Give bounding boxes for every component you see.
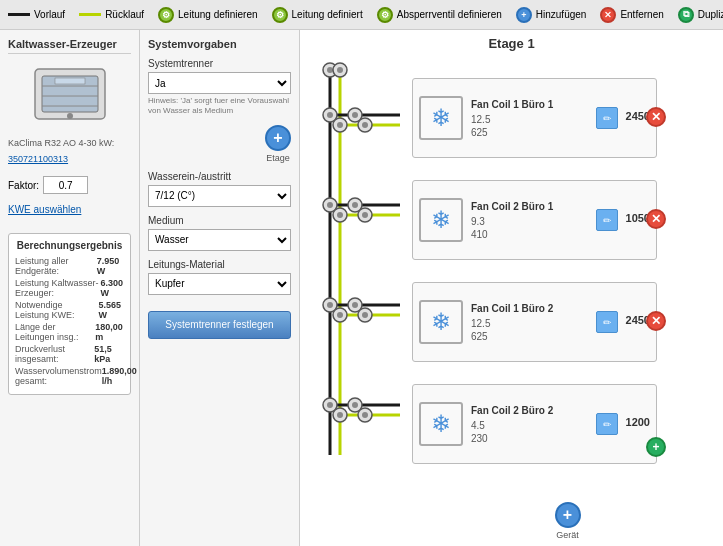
calc-row: Leistung Kaltwasser-Erzeuger:6.300 W xyxy=(15,278,124,298)
calc-row-value: 7.950 W xyxy=(97,256,124,276)
fancoil-info: Fan Coil 2 Büro 1 9.3 410 xyxy=(471,201,588,240)
kwe-panel: Kaltwasser-Erzeuger KaClima R32 AO 4-30 … xyxy=(0,30,140,546)
svg-point-46 xyxy=(337,412,343,418)
svg-point-38 xyxy=(337,312,343,318)
diagram-panel: Etage 1 xyxy=(300,30,723,546)
calc-row-label: Leistung aller Endgeräte: xyxy=(15,256,97,276)
etage-title: Etage 1 xyxy=(300,30,723,57)
wasserein-group: Wasserein-/austritt 7/12 (C°) xyxy=(148,171,291,207)
fancoil-numbers: 1200 xyxy=(626,416,650,432)
fancoil-remove-button[interactable]: ✕ xyxy=(646,107,666,127)
wasserein-select[interactable]: 7/12 (C°) xyxy=(148,185,291,207)
fancoil-remove-button[interactable]: ✕ xyxy=(646,311,666,331)
fancoil-snowflake-icon: ❄ xyxy=(419,402,463,446)
etage-btn-label: Etage xyxy=(266,153,290,163)
medium-group: Medium Wasser xyxy=(148,215,291,251)
svg-point-36 xyxy=(352,302,358,308)
fancoil-val1: 9.3 xyxy=(471,216,588,227)
kwe-panel-title: Kaltwasser-Erzeuger xyxy=(8,38,131,54)
fancoil-val1: 12.5 xyxy=(471,114,588,125)
svg-point-6 xyxy=(67,113,73,119)
ruecklauf-line xyxy=(79,13,101,16)
fancoil-edit-button[interactable]: ✏ xyxy=(596,311,618,333)
fancoil-edit-button[interactable]: ✏ xyxy=(596,209,618,231)
svg-point-34 xyxy=(327,302,333,308)
absperrventil-icon: ⚙ xyxy=(377,7,393,23)
leitungsmaterial-group: Leitungs-Material Kupfer Stahl Kunststof… xyxy=(148,259,291,295)
svg-point-22 xyxy=(337,122,343,128)
duplizieren-btn[interactable]: ⧉ Duplizieren xyxy=(678,7,723,23)
fancoil-val1: 4.5 xyxy=(471,420,588,431)
hinzufuegen-icon: + xyxy=(516,7,532,23)
wasserein-label: Wasserein-/austritt xyxy=(148,171,291,182)
fancoil-val2: 230 xyxy=(471,433,588,444)
calc-row-value: 180,00 m xyxy=(95,322,124,342)
fancoil-val2: 410 xyxy=(471,229,588,240)
ruecklauf-legend: Rücklauf xyxy=(79,9,144,20)
calc-row-label: Wasservolumenstrom gesamt: xyxy=(15,366,102,386)
fancoil-name: Fan Coil 2 Büro 2 xyxy=(471,405,588,416)
gerat-btn-label: Gerät xyxy=(556,530,579,540)
leitungsmaterial-select[interactable]: Kupfer Stahl Kunststoff xyxy=(148,273,291,295)
vorlauf-label: Vorlauf xyxy=(34,9,65,20)
leitung-def-icon: ⚙ xyxy=(158,7,174,23)
medium-select[interactable]: Wasser xyxy=(148,229,291,251)
fancoil-name: Fan Coil 1 Büro 1 xyxy=(471,99,588,110)
absperrventil-btn[interactable]: ⚙ Absperrventil definieren xyxy=(377,7,502,23)
faktor-label: Faktor: xyxy=(8,180,39,191)
kwe-link[interactable]: 350721100313 xyxy=(8,154,131,164)
svg-point-52 xyxy=(337,67,343,73)
vorlauf-legend: Vorlauf xyxy=(8,9,65,20)
svg-point-44 xyxy=(352,402,358,408)
pipe-diagram xyxy=(300,60,415,490)
gerat-btn[interactable]: + Gerät xyxy=(555,502,581,540)
leitung-definiert-btn[interactable]: ⚙ Leitung definiert xyxy=(272,7,363,23)
svg-point-30 xyxy=(337,212,343,218)
calc-row: Notwendige Leistung KWE:5.565 W xyxy=(15,300,124,320)
calc-panel: Berechnungsergebnis Leistung aller Endge… xyxy=(8,233,131,395)
calc-row-value: 6.300 W xyxy=(101,278,124,298)
svg-point-42 xyxy=(327,402,333,408)
fancoil-name: Fan Coil 1 Büro 2 xyxy=(471,303,588,314)
calc-row: Länge der Leitungen insg.:180,00 m xyxy=(15,322,124,342)
systemtrenner-hint: Hinweis: 'Ja' sorgt fuer eine Vorauswahl… xyxy=(148,96,291,117)
svg-point-26 xyxy=(327,202,333,208)
kwe-select-link[interactable]: KWE auswählen xyxy=(8,204,131,215)
calc-row: Leistung aller Endgeräte:7.950 W xyxy=(15,256,124,276)
calc-row: Druckverlust insgesamt:51,5 kPa xyxy=(15,344,124,364)
leitungsmaterial-label: Leitungs-Material xyxy=(148,259,291,270)
fancoil-remove-button[interactable]: ✕ xyxy=(646,209,666,229)
kwe-model-label: KaClima R32 AO 4-30 kW: xyxy=(8,138,131,148)
fancoil-num1: 1200 xyxy=(626,416,650,428)
fancoil-edit-button[interactable]: ✏ xyxy=(596,413,618,435)
entfernen-btn[interactable]: ✕ Entfernen xyxy=(600,7,663,23)
svg-rect-5 xyxy=(55,78,85,84)
fancoil-info: Fan Coil 1 Büro 1 12.5 625 xyxy=(471,99,588,138)
hinzufuegen-btn[interactable]: + Hinzufügen xyxy=(516,7,587,23)
systemtrenner-select[interactable]: Ja Nein xyxy=(148,72,291,94)
fancoil-container: ❄ Fan Coil 1 Büro 1 12.5 625 ✏ 2450 ✕ ❄ … xyxy=(412,58,709,508)
toolbar: Vorlauf Rücklauf ⚙ Leitung definieren ⚙ … xyxy=(0,0,723,30)
bottom-btn-row: + Gerät xyxy=(412,502,723,540)
fancoil-card: ❄ Fan Coil 2 Büro 2 4.5 230 ✏ 1200 + xyxy=(412,384,657,464)
fancoil-val1: 12.5 xyxy=(471,318,588,329)
fancoil-add-button[interactable]: + xyxy=(646,437,666,457)
etage-add-icon[interactable]: + xyxy=(265,125,291,151)
kwe-image xyxy=(30,64,110,124)
system-panel: Systemvorgaben Systemtrenner Ja Nein Hin… xyxy=(140,30,300,546)
leitung-def2-icon: ⚙ xyxy=(272,7,288,23)
fancoil-info: Fan Coil 1 Büro 2 12.5 625 xyxy=(471,303,588,342)
svg-point-24 xyxy=(362,122,368,128)
fancoil-edit-button[interactable]: ✏ xyxy=(596,107,618,129)
gerat-add-icon[interactable]: + xyxy=(555,502,581,528)
etage-btn[interactable]: + Etage xyxy=(265,125,291,163)
fancoil-card: ❄ Fan Coil 1 Büro 1 12.5 625 ✏ 2450 ✕ xyxy=(412,78,657,158)
fancoil-val2: 625 xyxy=(471,331,588,342)
leitung-definieren-btn[interactable]: ⚙ Leitung definieren xyxy=(158,7,258,23)
medium-label: Medium xyxy=(148,215,291,226)
festlegen-button[interactable]: Systemtrenner festlegen xyxy=(148,311,291,339)
calc-row-label: Druckverlust insgesamt: xyxy=(15,344,94,364)
calc-row-label: Länge der Leitungen insg.: xyxy=(15,322,95,342)
faktor-row: Faktor: xyxy=(8,176,131,194)
faktor-input[interactable] xyxy=(43,176,88,194)
